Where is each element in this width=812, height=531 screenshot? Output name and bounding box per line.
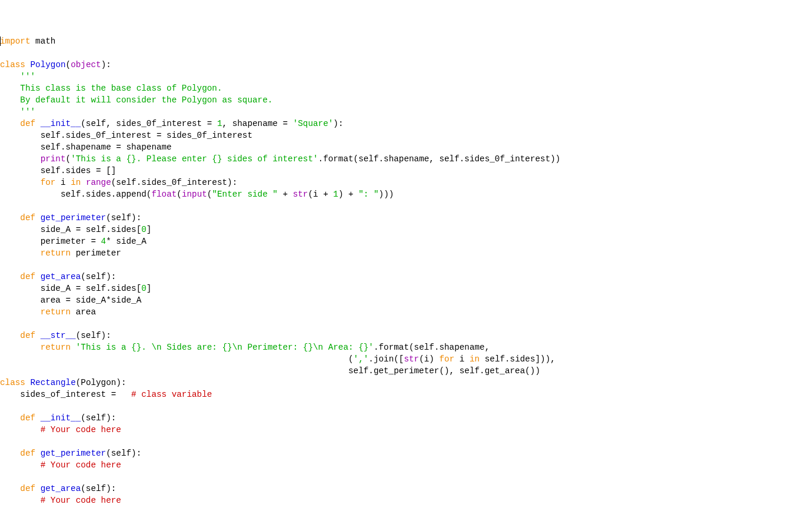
code-line: return area [0, 307, 96, 317]
builtin-str: str [404, 354, 419, 364]
keyword-def: def [0, 331, 35, 340]
code-line: (','.join([str(i) for i in self.sides]))… [0, 354, 555, 364]
keyword-return: return [0, 248, 71, 258]
code-line: # Your code here [0, 496, 121, 505]
method-name: get_area [35, 272, 81, 281]
keyword-in: in [71, 178, 81, 187]
method-name: get_perimeter [35, 213, 106, 223]
keyword-def: def [0, 272, 35, 281]
docstring: ''' [0, 72, 35, 81]
keyword-for: for [439, 354, 454, 364]
code-line: def get_perimeter(self): [0, 213, 141, 223]
keyword-in: in [470, 354, 480, 364]
string-literal: ',' [354, 354, 369, 364]
keyword-def: def [0, 213, 35, 223]
code-line: self.sides.append(float(input("Enter sid… [0, 190, 394, 199]
method-name: get_area [35, 484, 81, 493]
code-line: def get_area(self): [0, 272, 116, 281]
code-line: print('This is a {}. Please enter {} sid… [0, 154, 560, 164]
comment: # Your code here [41, 425, 121, 434]
code-line: perimeter = 4* side_A [0, 237, 147, 246]
string-literal: 'This is a {}. Please enter {} sides of … [71, 154, 318, 164]
code-line: return 'This is a {}. \n Sides are: {}\n… [0, 343, 490, 352]
code-line: def __init__(self, sides_0f_interest = 1… [0, 119, 343, 128]
method-name: __str__ [35, 331, 76, 340]
docstring: By default it will consider the Polygon … [0, 95, 272, 105]
code-line: def __str__(self): [0, 331, 111, 340]
docstring: This class is the base class of Polygon. [0, 84, 222, 93]
comment: # class variable [131, 390, 212, 399]
code-line: self.shapename = shapename [0, 142, 172, 152]
code-line: class Polygon(object): [0, 60, 111, 69]
builtin-input: input [182, 190, 207, 199]
code-line: import math [0, 36, 55, 46]
code-line: def __init__(self): [0, 413, 116, 423]
keyword-def: def [0, 413, 35, 423]
code-line: self.get_perimeter(), self.get_area()) [0, 366, 540, 376]
keyword-for: for [0, 178, 55, 187]
code-line: class Rectangle(Polygon): [0, 378, 127, 387]
code-line: area = side_A*side_A [0, 296, 141, 305]
string-literal: 'This is a {}. \n Sides are: {}\n Perime… [76, 343, 374, 352]
class-name: Rectangle [31, 378, 76, 387]
code-block: import math class Polygon(object): ''' T… [0, 35, 812, 506]
method-name: __init__ [35, 413, 81, 423]
keyword-return: return [0, 307, 71, 317]
keyword-def: def [0, 484, 35, 493]
comment: # Your code here [41, 460, 121, 470]
string-literal: 'Square' [293, 119, 334, 128]
keyword-class: class [0, 60, 25, 69]
keyword-def: def [0, 119, 35, 128]
builtin-float: float [151, 190, 177, 199]
docstring: ''' [0, 107, 35, 117]
builtin-str: str [293, 190, 308, 199]
string-literal: ": " [358, 190, 378, 199]
code-line: for i in range(self.sides_0f_interest): [0, 178, 237, 187]
keyword-import: import [0, 36, 30, 46]
builtin-object: object [71, 60, 101, 69]
keyword-class: class [0, 378, 25, 387]
code-line: self.sides_0f_interest = sides_0f_intere… [0, 131, 252, 140]
code-line: self.sides = [] [0, 166, 116, 175]
code-line: side_A = self.sides[0] [0, 284, 151, 293]
code-line: def get_area(self): [0, 484, 116, 493]
keyword-def: def [0, 449, 35, 458]
code-line: # Your code here [0, 425, 121, 434]
method-name: get_perimeter [35, 449, 106, 458]
keyword-return: return [0, 343, 71, 352]
code-line: sides_of_interest = # class variable [0, 390, 212, 399]
builtin-print: print [0, 154, 66, 164]
code-line: return perimeter [0, 248, 121, 258]
code-line: # Your code here [0, 460, 121, 470]
class-name: Polygon [31, 60, 66, 69]
code-line: def get_perimeter(self): [0, 449, 141, 458]
code-line: side_A = self.sides[0] [0, 225, 151, 234]
comment: # Your code here [41, 496, 121, 505]
string-literal: "Enter side " [212, 190, 278, 199]
method-name: __init__ [35, 119, 81, 128]
builtin-range: range [81, 178, 111, 187]
